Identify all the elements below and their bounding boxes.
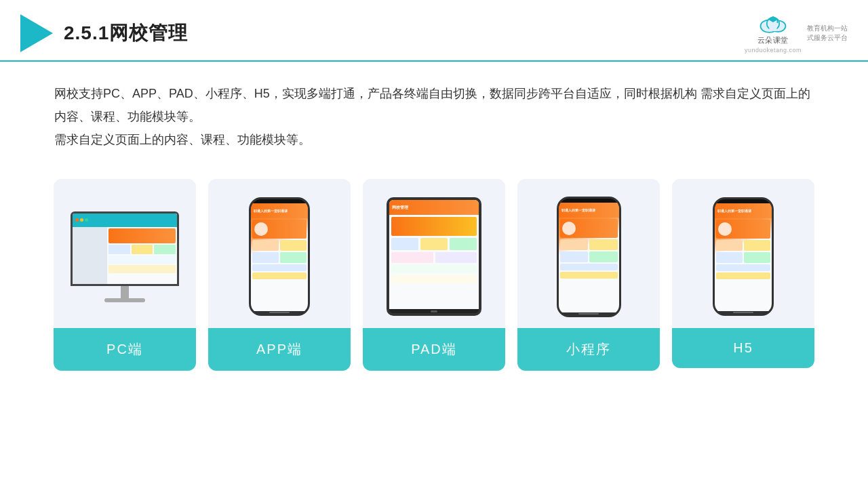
screen-top-bar — [73, 214, 177, 227]
app-phone-mock: 职通人的第一堂职通课 — [249, 197, 310, 316]
phone-item-3 — [252, 252, 279, 263]
pad-card-1 — [391, 238, 418, 250]
card-miniprogram: 职通人的第一堂职通课 — [517, 179, 660, 371]
card-h5: 职通人的第一堂职通课 — [672, 179, 814, 368]
phone-row-1 — [252, 240, 307, 251]
miniprogram-home-line — [578, 313, 599, 314]
h5-header: 职通人的第一堂职通课 — [715, 203, 772, 218]
svg-rect-5 — [777, 19, 778, 23]
mini-item-2 — [589, 239, 618, 250]
monitor-screen — [73, 214, 177, 284]
brand-url: yunduoketang.com — [745, 47, 802, 54]
svg-rect-3 — [769, 26, 776, 31]
h5-home-line — [733, 312, 753, 313]
screen-cards — [108, 245, 176, 254]
miniprogram-phone-mock: 职通人的第一堂职通课 — [557, 197, 621, 317]
page-title: 2.5.1网校管理 — [64, 20, 188, 46]
miniprogram-content — [559, 218, 619, 280]
page-header: 2.5.1网校管理 云朵课堂 yunduoketang.com 教育机构一站式服… — [0, 0, 868, 62]
phone-screen: 职通人的第一堂职通课 — [251, 203, 308, 311]
page-description: 网校支持PC、APP、PAD、小程序、H5，实现多端打通，产品各终端自由切换，数… — [0, 62, 868, 159]
screen-sidebar — [73, 227, 107, 284]
card-pad-label: PAD端 — [363, 328, 505, 371]
card-app-label: APP端 — [208, 328, 351, 371]
screen-content — [73, 227, 177, 284]
miniprogram-home-bar — [559, 312, 619, 315]
pad-cards-row-1 — [391, 238, 477, 250]
pad-device-mock: 网校管理 — [387, 197, 481, 316]
miniprogram-screen: 职通人的第一堂职通课 — [559, 203, 619, 312]
header-right: 云朵课堂 yunduoketang.com 教育机构一站式服务云平台 — [745, 12, 848, 54]
phone-row-2 — [252, 252, 307, 263]
monitor-base — [104, 298, 145, 302]
h5-item-2 — [744, 240, 770, 251]
miniprogram-header: 职通人的第一堂职通课 — [559, 203, 619, 218]
screen-card-1 — [108, 245, 130, 254]
card-pad: 网校管理 — [363, 179, 505, 371]
screen-card-3 — [154, 245, 176, 254]
phone-home-line — [269, 312, 290, 313]
card-miniprogram-image: 职通人的第一堂职通课 — [517, 179, 660, 328]
brand-tagline: 教育机构一站式服务云平台 — [807, 24, 848, 43]
mini-row-2 — [560, 251, 618, 262]
h5-item-1 — [716, 240, 743, 251]
h5-phone-mock: 职通人的第一堂职通课 — [713, 197, 774, 316]
card-pc-image — [54, 179, 196, 328]
card-app-image: 职通人的第一堂职通课 — [208, 179, 351, 328]
pad-banner — [391, 217, 477, 236]
h5-row-2 — [716, 252, 770, 263]
h5-home-bar — [715, 311, 772, 314]
pad-home-button — [431, 310, 437, 312]
phone-item-4 — [280, 252, 307, 263]
pad-card-3 — [450, 238, 477, 250]
brand-name: 云朵课堂 — [757, 35, 789, 45]
phone-home-bar — [251, 311, 308, 314]
mini-item-3 — [560, 251, 589, 262]
header-left: 2.5.1网校管理 — [20, 14, 188, 52]
phone-item-1 — [252, 240, 279, 251]
phone-header-text: 职通人的第一堂职通课 — [254, 209, 288, 213]
card-pc-label: PC端 — [54, 328, 196, 371]
platform-cards-container: PC端 职通人的第一堂职通课 — [0, 159, 868, 384]
h5-screen: 职通人的第一堂职通课 — [715, 203, 772, 311]
screen-banner — [108, 228, 176, 243]
monitor-stand — [121, 286, 129, 298]
pad-header-text: 网校管理 — [392, 205, 408, 211]
card-pc: PC端 — [54, 179, 196, 371]
h5-item-4 — [744, 252, 770, 263]
pad-home-bar — [389, 309, 479, 313]
logo-triangle-icon — [20, 14, 53, 52]
screen-card-2 — [132, 245, 153, 254]
h5-row-1 — [716, 240, 770, 251]
screen-main — [107, 227, 177, 284]
brand-logo: 云朵课堂 yunduoketang.com — [745, 12, 802, 54]
phone-notch — [270, 199, 289, 203]
card-miniprogram-label: 小程序 — [517, 328, 660, 371]
phone-item-2 — [280, 240, 307, 251]
pad-header: 网校管理 — [389, 200, 479, 215]
pad-cards-row-2 — [391, 252, 477, 263]
pc-device-mock — [71, 211, 179, 302]
pad-card-2 — [420, 238, 448, 250]
card-pad-image: 网校管理 — [363, 179, 505, 328]
mini-item-4 — [589, 251, 618, 262]
card-h5-image: 职通人的第一堂职通课 — [672, 179, 814, 328]
phone-content — [251, 218, 308, 281]
card-h5-label: H5 — [672, 328, 814, 368]
h5-header-text: 职通人的第一堂职通课 — [717, 209, 751, 213]
card-app: 职通人的第一堂职通课 — [208, 179, 351, 371]
mini-item-1 — [560, 239, 589, 250]
miniprogram-notch — [579, 199, 598, 203]
h5-content — [715, 218, 772, 281]
monitor-body — [71, 211, 179, 286]
mini-row-1 — [560, 239, 618, 250]
miniprogram-header-text: 职通人的第一堂职通课 — [561, 208, 595, 212]
phone-header: 职通人的第一堂职通课 — [251, 203, 308, 218]
h5-notch — [734, 199, 753, 203]
cloud-logo-icon — [757, 12, 789, 34]
pad-screen: 网校管理 — [389, 200, 479, 309]
pad-content — [389, 215, 479, 309]
h5-item-3 — [716, 252, 743, 263]
